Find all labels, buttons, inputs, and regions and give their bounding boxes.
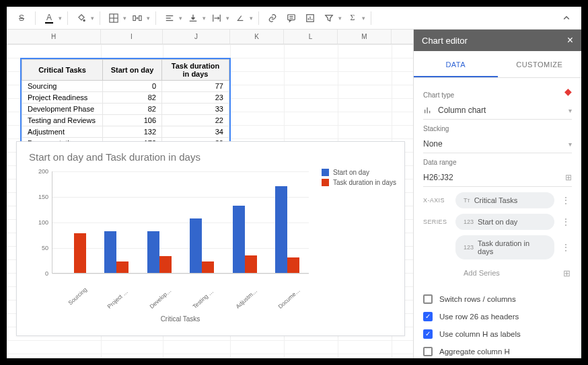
column-header[interactable]: H <box>7 30 101 44</box>
text-rotation-button[interactable] <box>232 10 248 26</box>
use-row-headers-checkbox[interactable]: Use row 26 as headers <box>423 308 572 325</box>
v-align-button[interactable] <box>185 10 201 26</box>
dropdown-icon[interactable]: ▾ <box>362 15 365 22</box>
close-button[interactable]: × <box>567 34 573 46</box>
dropdown-icon[interactable]: ▾ <box>147 15 150 22</box>
table-cell[interactable]: 132 <box>103 126 162 138</box>
table-cell[interactable]: 82 <box>103 92 162 104</box>
add-series-button[interactable]: Add Series <box>455 265 556 281</box>
chart-bar <box>159 256 172 273</box>
x-axis-label: Critical Tasks <box>52 315 309 323</box>
column-header[interactable]: K <box>230 30 284 44</box>
collapse-toolbar-button[interactable] <box>558 10 575 26</box>
chart-plot: 050100150200 <box>52 171 309 274</box>
svg-rect-4 <box>133 15 136 20</box>
series-chip[interactable]: 123 Task duration in days <box>455 235 554 259</box>
fill-color-button[interactable] <box>73 10 89 26</box>
x-tick-label: Development P... <box>149 276 185 310</box>
merge-cells-button[interactable] <box>129 10 145 26</box>
more-icon[interactable]: ⋮ <box>560 195 572 206</box>
grid-select-icon[interactable]: ⊞ <box>565 173 572 182</box>
functions-button[interactable]: Σ <box>344 10 361 26</box>
checkbox-icon <box>423 312 433 321</box>
dropdown-icon: ▾ <box>568 107 572 114</box>
more-icon[interactable]: ⋮ <box>560 242 572 253</box>
x-tick-label: Testing and Re... <box>191 276 227 310</box>
spreadsheet-area[interactable]: H I J K L M <box>7 30 413 358</box>
text-color-button[interactable]: A <box>41 10 57 26</box>
use-column-labels-checkbox[interactable]: Use column H as labels <box>423 325 572 343</box>
table-header: Critical Tasks <box>22 60 103 81</box>
table-header: Task duration in days <box>162 60 229 81</box>
strikethrough-button[interactable]: S <box>13 10 30 26</box>
column-chart-icon <box>423 106 433 115</box>
tab-data[interactable]: DATA <box>414 51 498 77</box>
checkbox-icon <box>423 347 433 356</box>
table-cell[interactable]: 82 <box>103 104 162 115</box>
chart-bar <box>147 231 159 273</box>
column-headers: H I J K L M <box>7 30 413 44</box>
column-header[interactable]: I <box>101 30 163 44</box>
chart-bar <box>245 255 257 273</box>
borders-button[interactable] <box>106 10 122 26</box>
dropdown-icon[interactable]: ▾ <box>226 15 229 22</box>
chart-bar <box>233 206 245 273</box>
table-cell[interactable]: Adjustment <box>22 126 103 138</box>
table-cell[interactable]: 77 <box>162 81 229 92</box>
aggregate-column-checkbox[interactable]: Aggregate column H <box>423 343 572 358</box>
dropdown-icon[interactable]: ▾ <box>338 15 342 22</box>
chart-bar <box>202 261 214 273</box>
toolbar: S A ▾ ▾ ▾ ▾ ▾ ▾ ▾ ▾ <box>7 7 581 30</box>
x-tick-label: Sourcing <box>63 276 99 310</box>
embedded-chart[interactable]: Start on day and Task duration in days S… <box>16 141 405 336</box>
dropdown-icon[interactable]: ▾ <box>203 15 206 22</box>
dropdown-icon: ▾ <box>568 140 572 148</box>
svg-point-0 <box>83 19 85 21</box>
switch-rows-columns-checkbox[interactable]: Switch rows / columns <box>423 290 572 308</box>
more-icon[interactable]: ⋮ <box>560 216 572 227</box>
table-cell[interactable]: 34 <box>162 126 229 138</box>
data-range-input[interactable]: H26:J32 ⊞ <box>423 169 572 187</box>
x-tick-label: Documentation <box>277 276 314 310</box>
h-align-button[interactable] <box>161 10 178 26</box>
stacking-select[interactable]: None ▾ <box>423 135 572 153</box>
insert-link-button[interactable] <box>264 10 281 26</box>
checkbox-icon <box>423 294 433 304</box>
insert-comment-button[interactable] <box>283 10 299 26</box>
sidebar-header: Chart editor × <box>414 30 581 51</box>
grid-select-icon[interactable]: ⊞ <box>562 268 572 278</box>
text-wrap-button[interactable] <box>209 10 225 26</box>
table-cell[interactable]: Sourcing <box>22 81 103 92</box>
filter-button[interactable] <box>321 10 337 26</box>
x-axis-chip[interactable]: Tт Critical Tasks <box>455 192 554 208</box>
svg-rect-5 <box>139 15 142 20</box>
dropdown-icon[interactable]: ▾ <box>123 15 126 22</box>
chart-bar <box>287 257 299 273</box>
chart-editor-sidebar: Chart editor × DATA CUSTOMIZE Chart type… <box>413 30 581 358</box>
dropdown-icon[interactable]: ▾ <box>250 15 253 22</box>
sidebar-title: Chart editor <box>422 36 468 46</box>
tab-customize[interactable]: CUSTOMIZE <box>498 51 582 77</box>
chart-type-select[interactable]: Column chart ▾ <box>423 102 572 120</box>
chart-bar <box>74 233 86 273</box>
table-cell[interactable]: 33 <box>162 104 229 115</box>
table-cell[interactable]: Development Phase <box>22 104 103 115</box>
checkbox-icon <box>423 329 433 339</box>
table-cell[interactable]: 23 <box>162 92 229 104</box>
selected-range[interactable]: Critical Tasks Start on day Task duratio… <box>20 58 231 151</box>
table-cell[interactable]: 0 <box>103 81 162 92</box>
cell-grid[interactable]: Critical Tasks Start on day Task duratio… <box>7 44 413 358</box>
pin-icon[interactable]: ◆ <box>564 86 572 97</box>
series-chip[interactable]: 123 Start on day <box>455 214 554 230</box>
dropdown-icon[interactable]: ▾ <box>179 15 182 22</box>
table-cell[interactable]: Testing and Reviews <box>22 115 103 126</box>
column-header[interactable]: J <box>163 30 230 44</box>
column-header[interactable]: M <box>338 30 392 44</box>
insert-chart-button[interactable] <box>302 10 318 26</box>
table-cell[interactable]: 22 <box>162 115 229 126</box>
table-cell[interactable]: 106 <box>103 115 162 126</box>
dropdown-icon[interactable]: ▾ <box>59 15 62 22</box>
dropdown-icon[interactable]: ▾ <box>91 15 94 22</box>
column-header[interactable]: L <box>284 30 338 44</box>
table-cell[interactable]: Project Readiness <box>22 92 103 104</box>
